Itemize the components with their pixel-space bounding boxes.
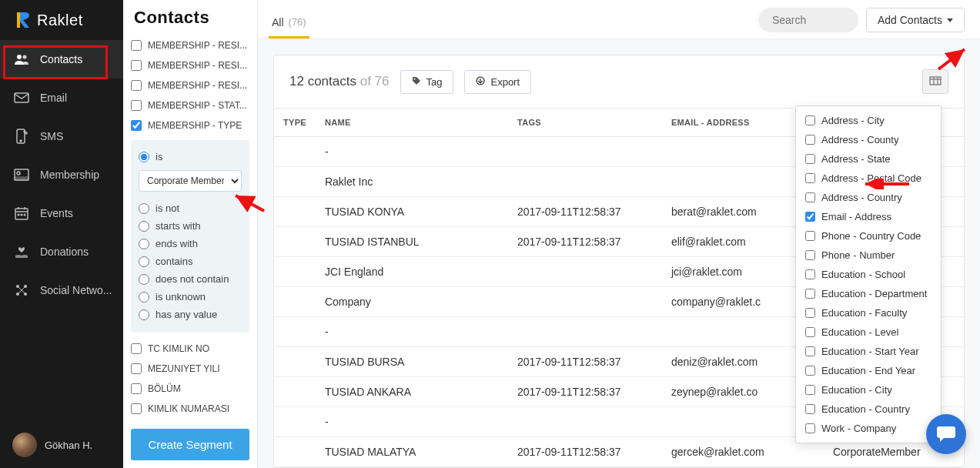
col-type[interactable]: TYPE	[274, 109, 316, 137]
filter-checkbox[interactable]	[131, 120, 142, 131]
column-option[interactable]: Education - School	[796, 265, 941, 284]
column-checkbox[interactable]	[805, 231, 815, 241]
filter-checkbox[interactable]	[131, 100, 142, 111]
calendar-icon	[14, 206, 29, 220]
column-option[interactable]: Work - Company	[796, 419, 941, 438]
col-tags[interactable]: TAGS	[508, 109, 662, 137]
filter-item[interactable]: TC KIMLIK NO	[131, 339, 249, 359]
column-option[interactable]: Address - County	[796, 130, 941, 149]
operator-is-unknown[interactable]: is unknown	[139, 288, 242, 306]
filter-item[interactable]: MEMBERSHIP - RESI...	[131, 35, 249, 55]
network-icon	[14, 283, 29, 297]
add-contacts-button[interactable]: Add Contacts	[866, 8, 965, 32]
nav: Contacts Email SMS Membership Events Don…	[0, 40, 123, 422]
operator-label: contains	[156, 256, 192, 267]
column-option[interactable]: Education - Department	[796, 284, 941, 303]
filter-checkbox[interactable]	[131, 363, 142, 374]
operator-label: starts with	[156, 220, 201, 232]
filter-item[interactable]: MEMBERSHIP - TYPE	[131, 115, 249, 135]
svg-point-6	[25, 132, 27, 134]
sidebar-item-events[interactable]: Events	[0, 194, 123, 232]
logo[interactable]: Raklet	[0, 0, 123, 40]
filter-checkbox[interactable]	[131, 80, 142, 91]
column-option[interactable]: Phone - Country Code	[796, 226, 941, 246]
filter-item[interactable]: BÖLÜM	[131, 379, 249, 399]
filter-item[interactable]: MEMBERSHIP - RESI...	[131, 75, 249, 95]
filter-checkbox[interactable]	[131, 40, 142, 51]
column-checkbox[interactable]	[805, 115, 815, 125]
column-option[interactable]: Education - End Year	[796, 361, 941, 380]
filter-item[interactable]: MEMBERSHIP - STAT...	[131, 95, 249, 115]
column-checkbox[interactable]	[805, 404, 815, 414]
column-option[interactable]: Address - Country	[796, 188, 941, 207]
cell-tags: 2017-09-11T12:58:37	[508, 227, 662, 257]
operator-is[interactable]: is	[139, 148, 242, 165]
col-name[interactable]: NAME	[316, 109, 508, 137]
column-option[interactable]: Education - Faculty	[796, 303, 941, 323]
column-option[interactable]: Email - Address	[796, 207, 941, 226]
chat-widget-button[interactable]	[926, 414, 966, 454]
column-checkbox[interactable]	[805, 308, 815, 318]
column-option[interactable]: Address - State	[796, 149, 941, 169]
column-checkbox[interactable]	[805, 192, 815, 202]
radio[interactable]	[139, 221, 149, 232]
filter-checkbox[interactable]	[131, 60, 142, 71]
column-checkbox[interactable]	[805, 212, 815, 222]
operator-ends-with[interactable]: ends with	[139, 235, 242, 252]
column-option[interactable]: Education - Start Year	[796, 342, 941, 361]
column-checkbox[interactable]	[805, 385, 815, 395]
radio[interactable]	[139, 274, 149, 285]
filter-checkbox[interactable]	[131, 343, 142, 354]
filter-checkbox[interactable]	[131, 383, 142, 394]
radio[interactable]	[139, 309, 149, 320]
columns-toggle-button[interactable]	[922, 69, 948, 94]
column-checkbox[interactable]	[805, 289, 815, 299]
filter-item[interactable]: KIMLIK NUMARASI	[131, 399, 249, 419]
sidebar-item-sms[interactable]: SMS	[0, 117, 123, 155]
sidebar-item-contacts[interactable]: Contacts	[0, 40, 123, 79]
radio[interactable]	[139, 256, 149, 267]
filter-item[interactable]: MEMBERSHIP - RESI...	[131, 55, 249, 75]
operator-is-not[interactable]: is not	[139, 199, 242, 217]
column-checkbox[interactable]	[805, 250, 815, 260]
column-option[interactable]: Address - City	[796, 111, 941, 130]
sidebar-item-donations[interactable]: Donations	[0, 232, 123, 271]
search-input[interactable]	[758, 8, 858, 32]
operator-starts-with[interactable]: starts with	[139, 217, 242, 235]
sidebar-item-email[interactable]: Email	[0, 79, 123, 117]
radio[interactable]	[139, 292, 149, 303]
column-option[interactable]: Phone - Number	[796, 246, 941, 265]
sidebar-item-social[interactable]: Social Netwo...	[0, 271, 123, 309]
sidebar-item-label: Contacts	[40, 53, 82, 65]
tab-all[interactable]: All (76)	[269, 8, 309, 38]
column-checkbox[interactable]	[805, 423, 815, 433]
column-checkbox[interactable]	[805, 366, 815, 376]
column-option[interactable]: Education - Level	[796, 323, 941, 342]
column-checkbox[interactable]	[805, 173, 815, 183]
radio[interactable]	[139, 203, 149, 214]
column-option[interactable]: Education - City	[796, 380, 941, 399]
sidebar-item-membership[interactable]: Membership	[0, 155, 123, 194]
column-option[interactable]: Education - Country	[796, 399, 941, 419]
column-checkbox[interactable]	[805, 269, 815, 279]
filter-value-select[interactable]: Corporate Member	[139, 170, 242, 192]
operator-does-not-contain[interactable]: does not contain	[139, 270, 242, 288]
column-checkbox[interactable]	[805, 154, 815, 164]
svg-point-14	[18, 214, 19, 216]
column-checkbox[interactable]	[805, 346, 815, 356]
column-checkbox[interactable]	[805, 327, 815, 337]
radio[interactable]	[139, 152, 149, 162]
operator-has-any-value[interactable]: has any value	[139, 306, 242, 323]
filter-checkbox[interactable]	[131, 403, 142, 414]
filter-item[interactable]: MEZUNIYET YILI	[131, 359, 249, 379]
export-button[interactable]: Export	[464, 70, 531, 94]
column-option[interactable]: Address - Postal Code	[796, 169, 941, 188]
cell-name: -	[316, 407, 508, 437]
radio[interactable]	[139, 239, 149, 249]
operator-contains[interactable]: contains	[139, 252, 242, 270]
create-segment-button[interactable]: Create Segment	[131, 429, 249, 460]
sidebar-item-label: Social Netwo...	[40, 284, 112, 296]
tag-button[interactable]: Tag	[400, 70, 454, 94]
column-checkbox[interactable]	[805, 135, 815, 145]
user-footer[interactable]: Gökhan H.	[0, 422, 123, 468]
